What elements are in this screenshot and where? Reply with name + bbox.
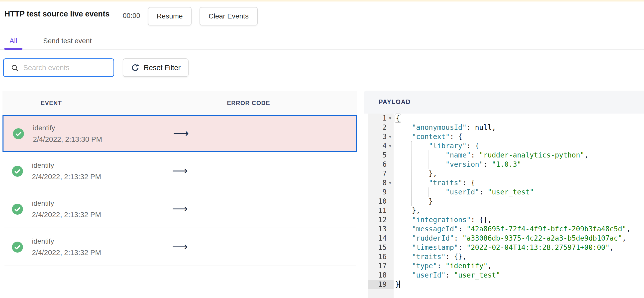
- code-text[interactable]: "userId": "user_test": [394, 187, 534, 197]
- json-editor[interactable]: 1▾{2 "anonymousId": null,3▾ "context": {…: [364, 114, 644, 298]
- search-events-field[interactable]: [3, 58, 114, 77]
- event-name: identify: [32, 199, 101, 207]
- line-number: 12: [368, 216, 386, 224]
- payload-title: PAYLOAD: [378, 98, 411, 106]
- fold-toggle-icon[interactable]: ▾: [386, 115, 394, 121]
- code-text[interactable]: "context": {: [394, 132, 462, 141]
- line-number: 18: [368, 271, 386, 279]
- line-number-cell: 14: [368, 234, 394, 243]
- resume-button[interactable]: Resume: [148, 7, 192, 26]
- code-text[interactable]: "rudderId": "a33086db-9375-4c22-a2a3-b5d…: [394, 234, 626, 243]
- line-number: 14: [368, 234, 386, 242]
- payload-panel-header: PAYLOAD: [364, 91, 644, 114]
- line-number-cell: 8▾: [368, 178, 394, 187]
- code-text[interactable]: "library": {: [394, 141, 479, 150]
- event-arrow-icon: ⟶: [173, 127, 189, 140]
- code-line: 12 "integrations": {},: [368, 215, 644, 224]
- line-number: 6: [368, 160, 386, 168]
- event-name: identify: [32, 161, 101, 169]
- code-line: 17 "type": "identify",: [368, 261, 644, 270]
- code-text[interactable]: "traits": {},: [394, 252, 467, 261]
- code-line: 7 },: [368, 169, 644, 178]
- event-text-block: identify2/4/2022, 2:13:32 PM: [32, 161, 101, 181]
- code-text[interactable]: {: [394, 114, 401, 123]
- code-line: 13 "messageId": "42a8695f-72f4-4f9f-bfcf…: [368, 224, 644, 234]
- column-header-error-code: ERROR CODE: [227, 100, 270, 107]
- line-number-cell: 1▾: [368, 114, 394, 123]
- payload-panel: PAYLOAD 1▾{2 "anonymousId": null,3▾ "con…: [364, 91, 644, 298]
- line-number-cell: 7: [368, 169, 394, 178]
- indent-guide: [428, 150, 428, 169]
- tab-bar: All Send test event: [0, 33, 644, 50]
- page-title: HTTP test source live events: [4, 10, 110, 19]
- code-text[interactable]: "anonymousId": null,: [394, 123, 496, 132]
- fold-toggle-icon[interactable]: ▾: [386, 134, 394, 140]
- event-rows: identify2/4/2022, 2:13:30 PM⟶identify2/4…: [2, 115, 357, 266]
- code-text[interactable]: "type": "identify",: [394, 261, 492, 270]
- active-tab-indicator: [4, 48, 22, 50]
- line-number-cell: 11: [368, 206, 394, 215]
- code-text[interactable]: "messageId": "42a8695f-72f4-4f9f-bfcf-20…: [394, 224, 630, 234]
- column-header-event: EVENT: [41, 100, 62, 107]
- success-status-icon: [12, 166, 23, 177]
- code-line: 3▾ "context": {: [368, 132, 644, 141]
- line-number: 1: [368, 114, 386, 122]
- line-number-cell: 15: [368, 243, 394, 252]
- refresh-icon: [131, 63, 140, 72]
- reset-filter-label: Reset Filter: [144, 64, 180, 72]
- live-events-page: HTTP test source live events 00:00 Resum…: [0, 0, 644, 298]
- event-timestamp: 2/4/2022, 2:13:32 PM: [32, 173, 101, 181]
- event-arrow-icon: ⟶: [172, 240, 188, 253]
- code-line: 15 "timestamp": "2022-02-04T14:13:28.275…: [368, 243, 644, 252]
- code-text[interactable]: },: [394, 169, 437, 178]
- tab-all[interactable]: All: [4, 37, 22, 45]
- fold-toggle-icon[interactable]: ▾: [386, 180, 394, 186]
- event-row[interactable]: identify2/4/2022, 2:13:32 PM⟶: [2, 190, 357, 228]
- code-text[interactable]: "traits": {: [394, 178, 475, 187]
- success-status-icon: [12, 204, 23, 215]
- line-number-cell: 10: [368, 197, 394, 206]
- event-row[interactable]: identify2/4/2022, 2:13:30 PM⟶: [2, 115, 357, 152]
- code-text[interactable]: "timestamp": "2022-02-04T14:13:28.275971…: [394, 243, 614, 252]
- line-number: 8: [368, 179, 386, 187]
- event-text-block: identify2/4/2022, 2:13:30 PM: [33, 124, 102, 144]
- code-text[interactable]: }: [394, 197, 433, 206]
- resume-button-label: Resume: [157, 12, 182, 20]
- code-text[interactable]: "integrations": {},: [394, 215, 492, 224]
- code-text[interactable]: },: [394, 206, 420, 215]
- line-number: 13: [368, 225, 386, 233]
- code-text[interactable]: "version": "1.0.3": [394, 160, 521, 169]
- event-row[interactable]: identify2/4/2022, 2:13:32 PM⟶: [2, 228, 357, 266]
- code-line: 9 "userId": "user_test": [368, 187, 644, 197]
- line-number: 2: [368, 123, 386, 132]
- search-icon: [11, 64, 19, 72]
- event-name: identify: [33, 124, 102, 132]
- fold-toggle-icon[interactable]: ▾: [386, 143, 394, 149]
- line-number-cell: 5: [368, 150, 394, 160]
- code-text[interactable]: "name": "rudder-analytics-python",: [394, 150, 588, 160]
- line-number: 15: [368, 243, 386, 251]
- event-timestamp: 2/4/2022, 2:13:32 PM: [32, 248, 101, 257]
- line-number-cell: 3▾: [368, 132, 394, 141]
- event-row[interactable]: identify2/4/2022, 2:13:32 PM⟶: [2, 152, 357, 190]
- line-number: 5: [368, 151, 386, 159]
- line-number: 11: [368, 206, 386, 215]
- tab-send-test-event[interactable]: Send test event: [43, 37, 92, 45]
- line-number-cell: 18: [368, 270, 394, 280]
- search-input[interactable]: [23, 59, 113, 76]
- clear-events-button[interactable]: Clear Events: [200, 7, 258, 26]
- code-line: 14 "rudderId": "a33086db-9375-4c22-a2a3-…: [368, 234, 644, 243]
- line-number-cell: 12: [368, 215, 394, 224]
- code-line: 16 "traits": {},: [368, 252, 644, 261]
- code-line: 10 }: [368, 197, 644, 206]
- line-number: 4: [368, 142, 386, 150]
- reset-filter-button[interactable]: Reset Filter: [123, 58, 188, 77]
- code-line: 5 "name": "rudder-analytics-python",: [368, 150, 644, 160]
- code-line: 1▾{: [368, 114, 644, 123]
- tab-bar-divider: [0, 50, 644, 50]
- line-number-cell: 19: [368, 280, 394, 289]
- code-text[interactable]: }: [394, 280, 400, 289]
- event-text-block: identify2/4/2022, 2:13:32 PM: [32, 199, 101, 219]
- event-timestamp: 2/4/2022, 2:13:32 PM: [32, 211, 101, 219]
- code-text[interactable]: "userId": "user_test": [394, 270, 500, 280]
